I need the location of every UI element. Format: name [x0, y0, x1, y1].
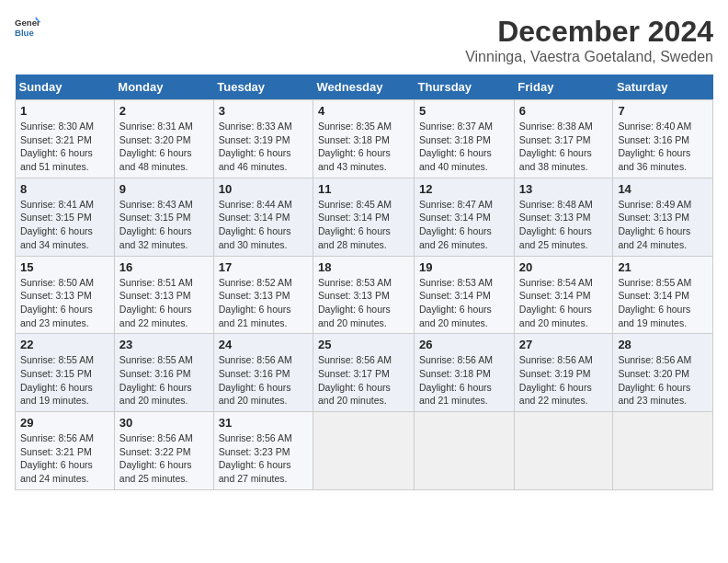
- day-number: 17: [219, 260, 308, 274]
- day-number: 6: [519, 104, 609, 118]
- calendar-cell: 22Sunrise: 8:55 AMSunset: 3:15 PMDayligh…: [16, 334, 115, 412]
- logo: General Blue: [15, 15, 40, 40]
- day-number: 24: [219, 338, 308, 351]
- weekday-header-saturday: Saturday: [613, 75, 713, 100]
- calendar-cell: 1Sunrise: 8:30 AMSunset: 3:21 PMDaylight…: [16, 100, 115, 178]
- day-number: 27: [519, 338, 609, 351]
- day-number: 2: [119, 104, 209, 118]
- day-number: 3: [219, 104, 308, 118]
- calendar-cell: 5Sunrise: 8:37 AMSunset: 3:18 PMDaylight…: [415, 100, 515, 178]
- day-info: Sunrise: 8:31 AMSunset: 3:20 PMDaylight:…: [119, 121, 193, 172]
- weekday-header-thursday: Thursday: [415, 75, 515, 100]
- page-header: General Blue December 2024 Vinninga, Vae…: [15, 15, 713, 65]
- calendar-cell: 31Sunrise: 8:56 AMSunset: 3:23 PMDayligh…: [213, 412, 313, 490]
- day-info: Sunrise: 8:56 AMSunset: 3:17 PMDaylight:…: [318, 354, 392, 406]
- calendar-cell: 4Sunrise: 8:35 AMSunset: 3:18 PMDaylight…: [313, 100, 415, 178]
- day-info: Sunrise: 8:51 AMSunset: 3:13 PMDaylight:…: [119, 277, 193, 328]
- day-info: Sunrise: 8:37 AMSunset: 3:18 PMDaylight:…: [419, 121, 493, 172]
- calendar-cell: 10Sunrise: 8:44 AMSunset: 3:14 PMDayligh…: [213, 178, 313, 256]
- calendar-cell: 20Sunrise: 8:54 AMSunset: 3:14 PMDayligh…: [514, 256, 613, 334]
- day-info: Sunrise: 8:53 AMSunset: 3:14 PMDaylight:…: [419, 277, 493, 328]
- calendar-cell: 24Sunrise: 8:56 AMSunset: 3:16 PMDayligh…: [213, 334, 313, 412]
- day-info: Sunrise: 8:52 AMSunset: 3:13 PMDaylight:…: [219, 277, 292, 328]
- svg-text:Blue: Blue: [15, 28, 34, 38]
- weekday-header-monday: Monday: [114, 75, 213, 100]
- day-number: 5: [419, 104, 509, 118]
- calendar-cell: [514, 412, 613, 490]
- day-info: Sunrise: 8:43 AMSunset: 3:15 PMDaylight:…: [119, 199, 193, 250]
- day-info: Sunrise: 8:48 AMSunset: 3:13 PMDaylight:…: [519, 199, 593, 250]
- day-number: 14: [618, 182, 708, 196]
- general-blue-logo-icon: General Blue: [15, 15, 40, 40]
- calendar-cell: [613, 412, 713, 490]
- calendar-cell: 18Sunrise: 8:53 AMSunset: 3:13 PMDayligh…: [313, 256, 415, 334]
- day-number: 8: [20, 182, 109, 196]
- calendar-cell: 27Sunrise: 8:56 AMSunset: 3:19 PMDayligh…: [514, 334, 613, 412]
- day-info: Sunrise: 8:50 AMSunset: 3:13 PMDaylight:…: [20, 277, 94, 328]
- calendar-week-row: 29Sunrise: 8:56 AMSunset: 3:21 PMDayligh…: [16, 412, 713, 490]
- calendar-cell: 3Sunrise: 8:33 AMSunset: 3:19 PMDaylight…: [213, 100, 313, 178]
- weekday-header-row: SundayMondayTuesdayWednesdayThursdayFrid…: [16, 75, 713, 100]
- weekday-header-sunday: Sunday: [16, 75, 115, 100]
- day-number: 21: [618, 260, 708, 274]
- day-info: Sunrise: 8:47 AMSunset: 3:14 PMDaylight:…: [419, 199, 493, 250]
- location-subtitle: Vinninga, Vaestra Goetaland, Sweden: [465, 49, 713, 65]
- day-number: 11: [318, 182, 409, 196]
- calendar-week-row: 8Sunrise: 8:41 AMSunset: 3:15 PMDaylight…: [16, 178, 713, 256]
- day-number: 28: [618, 338, 708, 351]
- day-info: Sunrise: 8:41 AMSunset: 3:15 PMDaylight:…: [20, 199, 94, 250]
- calendar-cell: 29Sunrise: 8:56 AMSunset: 3:21 PMDayligh…: [16, 412, 115, 490]
- calendar-cell: 28Sunrise: 8:56 AMSunset: 3:20 PMDayligh…: [613, 334, 713, 412]
- day-info: Sunrise: 8:30 AMSunset: 3:21 PMDaylight:…: [20, 121, 94, 172]
- day-info: Sunrise: 8:35 AMSunset: 3:18 PMDaylight:…: [318, 121, 392, 172]
- calendar-cell: 12Sunrise: 8:47 AMSunset: 3:14 PMDayligh…: [415, 178, 515, 256]
- calendar-cell: 7Sunrise: 8:40 AMSunset: 3:16 PMDaylight…: [613, 100, 713, 178]
- calendar-week-row: 1Sunrise: 8:30 AMSunset: 3:21 PMDaylight…: [16, 100, 713, 178]
- day-info: Sunrise: 8:56 AMSunset: 3:22 PMDaylight:…: [119, 432, 193, 484]
- day-number: 15: [20, 260, 109, 274]
- day-info: Sunrise: 8:56 AMSunset: 3:19 PMDaylight:…: [519, 354, 593, 406]
- calendar-cell: 9Sunrise: 8:43 AMSunset: 3:15 PMDaylight…: [114, 178, 213, 256]
- calendar-cell: 11Sunrise: 8:45 AMSunset: 3:14 PMDayligh…: [313, 178, 415, 256]
- calendar-cell: 21Sunrise: 8:55 AMSunset: 3:14 PMDayligh…: [613, 256, 713, 334]
- calendar-week-row: 15Sunrise: 8:50 AMSunset: 3:13 PMDayligh…: [16, 256, 713, 334]
- day-info: Sunrise: 8:53 AMSunset: 3:13 PMDaylight:…: [318, 277, 392, 328]
- day-info: Sunrise: 8:55 AMSunset: 3:14 PMDaylight:…: [618, 277, 691, 328]
- day-info: Sunrise: 8:40 AMSunset: 3:16 PMDaylight:…: [618, 121, 691, 172]
- day-number: 31: [219, 416, 308, 430]
- day-number: 16: [119, 260, 209, 274]
- calendar-cell: 16Sunrise: 8:51 AMSunset: 3:13 PMDayligh…: [114, 256, 213, 334]
- calendar-cell: 23Sunrise: 8:55 AMSunset: 3:16 PMDayligh…: [114, 334, 213, 412]
- day-number: 26: [419, 338, 509, 351]
- day-info: Sunrise: 8:44 AMSunset: 3:14 PMDaylight:…: [219, 199, 292, 250]
- calendar-table: SundayMondayTuesdayWednesdayThursdayFrid…: [15, 75, 713, 490]
- calendar-cell: 6Sunrise: 8:38 AMSunset: 3:17 PMDaylight…: [514, 100, 613, 178]
- day-info: Sunrise: 8:56 AMSunset: 3:16 PMDaylight:…: [219, 354, 292, 406]
- day-number: 13: [519, 182, 609, 196]
- day-info: Sunrise: 8:55 AMSunset: 3:16 PMDaylight:…: [119, 354, 193, 406]
- day-number: 1: [20, 104, 109, 118]
- day-number: 18: [318, 260, 409, 274]
- day-info: Sunrise: 8:45 AMSunset: 3:14 PMDaylight:…: [318, 199, 392, 250]
- calendar-cell: 13Sunrise: 8:48 AMSunset: 3:13 PMDayligh…: [514, 178, 613, 256]
- calendar-cell: 17Sunrise: 8:52 AMSunset: 3:13 PMDayligh…: [213, 256, 313, 334]
- weekday-header-wednesday: Wednesday: [313, 75, 415, 100]
- calendar-cell: [415, 412, 515, 490]
- weekday-header-tuesday: Tuesday: [213, 75, 313, 100]
- day-number: 22: [20, 338, 109, 351]
- day-info: Sunrise: 8:54 AMSunset: 3:14 PMDaylight:…: [519, 277, 593, 328]
- day-number: 20: [519, 260, 609, 274]
- calendar-cell: 2Sunrise: 8:31 AMSunset: 3:20 PMDaylight…: [114, 100, 213, 178]
- day-info: Sunrise: 8:55 AMSunset: 3:15 PMDaylight:…: [20, 354, 94, 406]
- day-number: 4: [318, 104, 409, 118]
- day-info: Sunrise: 8:56 AMSunset: 3:21 PMDaylight:…: [20, 432, 94, 484]
- day-number: 19: [419, 260, 509, 274]
- calendar-cell: 30Sunrise: 8:56 AMSunset: 3:22 PMDayligh…: [114, 412, 213, 490]
- day-info: Sunrise: 8:56 AMSunset: 3:20 PMDaylight:…: [618, 354, 691, 406]
- day-number: 10: [219, 182, 308, 196]
- day-info: Sunrise: 8:56 AMSunset: 3:18 PMDaylight:…: [419, 354, 493, 406]
- title-area: December 2024 Vinninga, Vaestra Goetalan…: [465, 15, 713, 65]
- calendar-title: December 2024: [465, 15, 713, 49]
- day-number: 30: [119, 416, 209, 430]
- day-info: Sunrise: 8:38 AMSunset: 3:17 PMDaylight:…: [519, 121, 593, 172]
